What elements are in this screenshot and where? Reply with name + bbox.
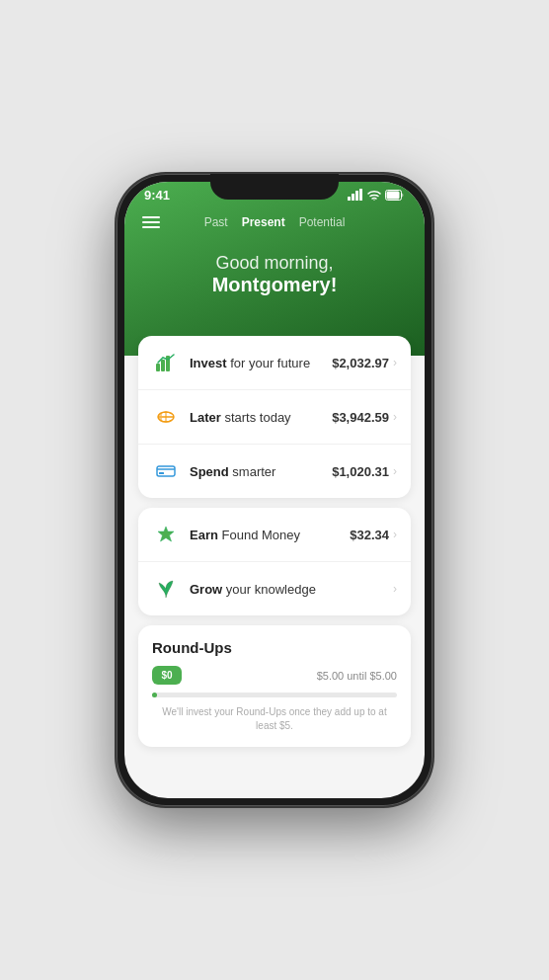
roundup-row: $0 $5.00 until $5.00	[152, 666, 397, 685]
status-icons	[348, 189, 405, 201]
invest-row[interactable]: Invest for your future $2,032.97 ›	[138, 336, 411, 390]
invest-chevron: ›	[393, 356, 397, 369]
earn-value: $32.34	[350, 528, 389, 542]
progress-bar-fill	[152, 693, 157, 697]
phone-wrapper: 9:41	[117, 174, 432, 806]
grow-chevron: ›	[393, 582, 397, 596]
later-icon-container	[152, 403, 180, 431]
later-chevron: ›	[393, 410, 397, 424]
invest-value: $2,032.97	[332, 356, 389, 370]
battery-icon	[385, 190, 405, 201]
svg-rect-13	[157, 466, 175, 476]
earn-label: Earn Found Money	[190, 528, 350, 542]
roundup-note: We'll invest your Round-Ups once they ad…	[152, 705, 397, 733]
cards-area: Invest for your future $2,032.97 ›	[124, 336, 425, 776]
roundup-until: $5.00 until $5.00	[192, 670, 397, 682]
grow-icon-container	[152, 575, 180, 603]
svg-rect-7	[156, 364, 160, 371]
greeting-line1: Good morning,	[144, 253, 405, 274]
spend-value: $1,020.31	[332, 464, 389, 479]
later-icon	[156, 408, 176, 426]
status-time: 9:41	[144, 188, 170, 203]
roundup-badge: $0	[152, 666, 182, 685]
earn-chevron: ›	[393, 528, 397, 541]
svg-rect-8	[161, 360, 165, 371]
spend-icon	[156, 464, 176, 478]
roundups-card: Round-Ups $0 $5.00 until $5.00 We'll inv…	[138, 625, 411, 747]
svg-rect-3	[359, 189, 362, 201]
phone-screen: 9:41	[124, 182, 425, 798]
nav-bar: Past Present Potential	[124, 207, 425, 243]
grow-icon	[157, 579, 175, 599]
progress-bar-bg	[152, 693, 397, 697]
svg-rect-15	[159, 472, 164, 474]
hamburger-icon[interactable]	[142, 216, 160, 228]
invest-icon-container	[152, 349, 180, 376]
spend-label: Spend smarter	[190, 464, 332, 479]
grow-label: Grow your knowledge	[190, 582, 393, 597]
svg-rect-0	[348, 197, 351, 201]
signal-icon	[348, 189, 363, 201]
invest-icon	[156, 354, 176, 371]
roundup-progress-area: $0 $5.00 until $5.00 We'll invest your R…	[138, 666, 411, 747]
invest-label: Invest for your future	[190, 356, 332, 370]
grow-row[interactable]: Grow your knowledge ›	[138, 562, 411, 615]
tab-potential[interactable]: Potential	[299, 215, 346, 229]
svg-rect-6	[387, 191, 400, 199]
tab-present[interactable]: Present	[242, 215, 285, 229]
svg-rect-2	[355, 191, 358, 201]
earn-grow-card: Earn Found Money $32.34 › Gro	[138, 508, 411, 615]
greeting: Good morning, Montgomery!	[124, 243, 425, 316]
notch	[210, 174, 339, 200]
tab-past[interactable]: Past	[204, 215, 228, 229]
earn-icon-container	[152, 521, 180, 548]
earn-icon	[157, 526, 175, 543]
main-accounts-card: Invest for your future $2,032.97 ›	[138, 336, 411, 498]
later-label: Later starts today	[190, 410, 332, 425]
nav-tabs: Past Present Potential	[204, 215, 346, 229]
phone-outer: 9:41	[117, 174, 432, 806]
spend-chevron: ›	[393, 464, 397, 478]
earn-row[interactable]: Earn Found Money $32.34 ›	[138, 508, 411, 562]
wifi-icon	[367, 190, 381, 201]
spend-icon-container	[152, 457, 180, 485]
svg-point-4	[373, 200, 375, 201]
later-value: $3,942.59	[332, 410, 389, 425]
later-row[interactable]: Later starts today $3,942.59 ›	[138, 390, 411, 445]
greeting-line2: Montgomery!	[144, 274, 405, 296]
spend-row[interactable]: Spend smarter $1,020.31 ›	[138, 445, 411, 498]
svg-rect-1	[352, 194, 354, 201]
roundups-title: Round-Ups	[138, 625, 411, 666]
app-header: Past Present Potential Good morning, Mon…	[124, 182, 425, 356]
